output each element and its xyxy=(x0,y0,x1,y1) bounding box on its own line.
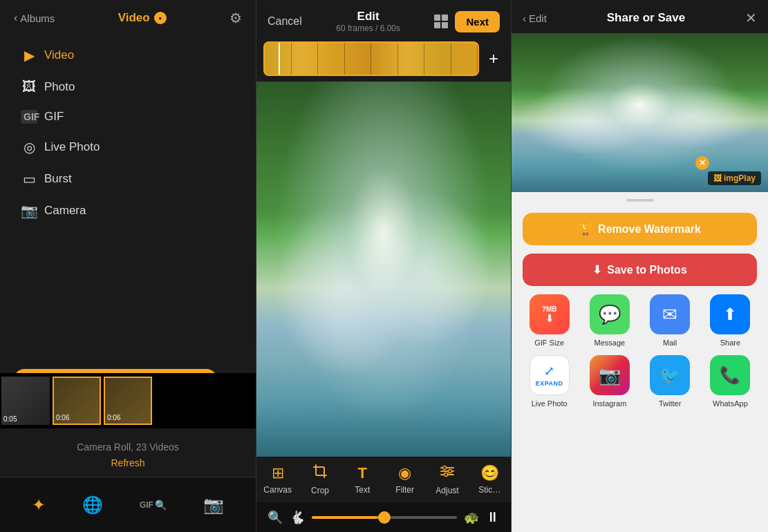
back-edit-button[interactable]: ‹ Edit xyxy=(523,12,547,24)
thumbnail-item[interactable]: 0:05 xyxy=(1,377,50,425)
panel1-header: ‹ Albums Video ⚙ xyxy=(0,0,256,33)
rabbit-slow-icon: 🐇 xyxy=(290,510,305,525)
turtle-icon: 🐢 xyxy=(464,510,479,525)
imgplay-watermark: 🖼 imgPlay xyxy=(708,171,761,185)
close-button[interactable]: ✕ xyxy=(745,10,757,26)
menu-label-burst: Burst xyxy=(44,172,72,186)
frame-thumb xyxy=(318,43,345,75)
panel1-bottom-bar: ✦ 🌐 GIF 🔍 📷 xyxy=(0,477,256,532)
share-item-message[interactable]: 💬 Message xyxy=(583,294,636,347)
menu-item-burst[interactable]: ▭ Burst xyxy=(0,164,256,194)
menu-item-video[interactable]: ▶ Video xyxy=(0,40,256,70)
cancel-button[interactable]: Cancel xyxy=(268,15,302,28)
slider-thumb[interactable] xyxy=(378,511,391,524)
panel-media-selector: ‹ Albums Video ⚙ ▶ Video 🖼 Photo GIF GIF… xyxy=(0,0,256,532)
adjust-label: Adjust xyxy=(435,486,458,495)
waterfall-image xyxy=(256,82,511,457)
frame-thumb xyxy=(345,43,372,75)
whatsapp-icon: 📞 xyxy=(710,355,750,395)
back-edit-label: Edit xyxy=(529,12,547,24)
tool-filter[interactable]: ◉ Filter xyxy=(386,464,424,495)
frame-thumb xyxy=(424,43,451,75)
zoom-in-icon[interactable]: 🔍 xyxy=(268,510,283,525)
watermark-close-icon[interactable]: ✕ xyxy=(695,156,709,170)
live-photo-icon: ◎ xyxy=(21,139,37,155)
tool-sticker[interactable]: 😊 Stic… xyxy=(471,464,509,495)
whatsapp-phone-icon: 📞 xyxy=(720,365,740,385)
share-item-live-photo[interactable]: ⤢ EXPAND Live Photo xyxy=(523,355,576,408)
download-icon: ⬇ xyxy=(592,263,601,276)
share-icon: ⬆ xyxy=(710,294,750,334)
share-item-gif-size[interactable]: ?MB ⬇ GIF Size xyxy=(523,294,576,347)
instagram-icon: 📷 xyxy=(590,355,630,395)
panel1-title: Video xyxy=(118,11,150,25)
canvas-icon: ⊞ xyxy=(272,464,284,482)
expand-inner: ⤢ EXPAND xyxy=(536,363,563,387)
instagram-logo-icon: 📷 xyxy=(599,365,621,386)
refresh-button[interactable]: Refresh xyxy=(0,457,256,468)
message-bubble-icon: 💬 xyxy=(599,304,621,325)
media-type-menu: ▶ Video 🖼 Photo GIF GIF ◎ Live Photo ▭ B… xyxy=(0,33,256,233)
remove-watermark-button[interactable]: 🏆 Remove Watermark xyxy=(523,213,757,245)
share-save-title: Share or Save xyxy=(607,11,685,25)
svg-point-5 xyxy=(444,473,447,477)
expand-arrows-icon: ⤢ xyxy=(544,363,554,379)
back-albums-button[interactable]: ‹ Albums xyxy=(14,12,55,24)
tool-adjust[interactable]: Adjust xyxy=(428,464,466,495)
tool-canvas[interactable]: ⊞ Canvas xyxy=(259,464,297,495)
bottom-icon-search-gif[interactable]: GIF 🔍 xyxy=(140,500,167,511)
svg-point-3 xyxy=(442,466,446,470)
menu-item-photo[interactable]: 🖼 Photo xyxy=(0,72,256,102)
menu-item-live-photo[interactable]: ◎ Live Photo xyxy=(0,132,256,162)
timeline-needle xyxy=(279,43,280,75)
drag-indicator xyxy=(626,199,654,202)
bottom-icon-star[interactable]: ✦ xyxy=(32,495,46,515)
save-photos-button[interactable]: ⬇ Save to Photos xyxy=(523,254,757,286)
playback-bar: 🔍 🐇 🐢 ⏸ xyxy=(256,502,511,532)
menu-item-gif[interactable]: GIF GIF xyxy=(0,103,256,131)
share-item-twitter[interactable]: 🐦 Twitter xyxy=(644,355,697,408)
tool-text[interactable]: T Text xyxy=(344,464,382,495)
speed-slider[interactable] xyxy=(312,516,457,519)
edit-title-wrap: Edit 60 frames / 6.00s xyxy=(336,10,400,33)
share-item-share[interactable]: ⬆ Share xyxy=(704,294,757,347)
next-button[interactable]: Next xyxy=(455,11,500,32)
grid-view-icon[interactable] xyxy=(434,15,448,28)
bottom-icon-camera-add[interactable]: 📷 xyxy=(203,495,224,515)
timeline-strip: + xyxy=(256,36,511,82)
twitter-bird-icon: 🐦 xyxy=(659,365,680,385)
camera-icon: 📷 xyxy=(21,202,37,219)
watermark-text: imgPlay xyxy=(724,173,756,183)
add-clip-button[interactable]: + xyxy=(483,49,504,68)
panel-edit: Cancel Edit 60 frames / 6.00s Next xyxy=(256,0,512,532)
share-item-mail[interactable]: ✉ Mail xyxy=(644,294,697,347)
crop-label: Crop xyxy=(311,486,329,495)
message-label: Message xyxy=(594,339,626,347)
gif-size-arrow: ⬇ xyxy=(545,313,554,324)
frame-thumb xyxy=(371,43,398,75)
tool-crop[interactable]: Crop xyxy=(301,464,339,495)
camera-roll-label: Camera Roll, 23 Videos xyxy=(0,441,256,453)
share-item-instagram[interactable]: 📷 Instagram xyxy=(583,355,636,408)
bottom-icon-globe[interactable]: 🌐 xyxy=(82,495,103,515)
burst-icon: ▭ xyxy=(21,171,37,187)
thumbnail-item-selected2[interactable]: 0:06 xyxy=(104,377,152,425)
menu-item-camera[interactable]: 📷 Camera xyxy=(0,196,256,226)
share-item-whatsapp[interactable]: 📞 WhatsApp xyxy=(704,355,757,408)
pause-button[interactable]: ⏸ xyxy=(486,509,500,525)
video-play-icon: ▶ xyxy=(21,47,37,64)
panel-share-save: ‹ Edit Share or Save ✕ ✕ 🖼 imgPlay 🏆 Rem… xyxy=(512,0,768,532)
photo-icon: 🖼 xyxy=(21,79,37,95)
remove-watermark-icon: 🏆 xyxy=(579,222,592,236)
timeline-frames[interactable] xyxy=(263,41,479,76)
sticker-icon: 😊 xyxy=(480,464,499,482)
text-label: Text xyxy=(355,485,370,495)
settings-icon[interactable]: ⚙ xyxy=(230,10,242,26)
frame-thumb xyxy=(292,43,319,75)
menu-label-video: Video xyxy=(44,48,74,62)
crop-icon xyxy=(312,464,328,483)
share-arrow-icon: ⬆ xyxy=(723,305,737,324)
thumbnail-item-selected[interactable]: 0:06 xyxy=(53,377,101,425)
mail-icon: ✉ xyxy=(650,294,690,334)
twitter-icon: 🐦 xyxy=(650,355,690,395)
